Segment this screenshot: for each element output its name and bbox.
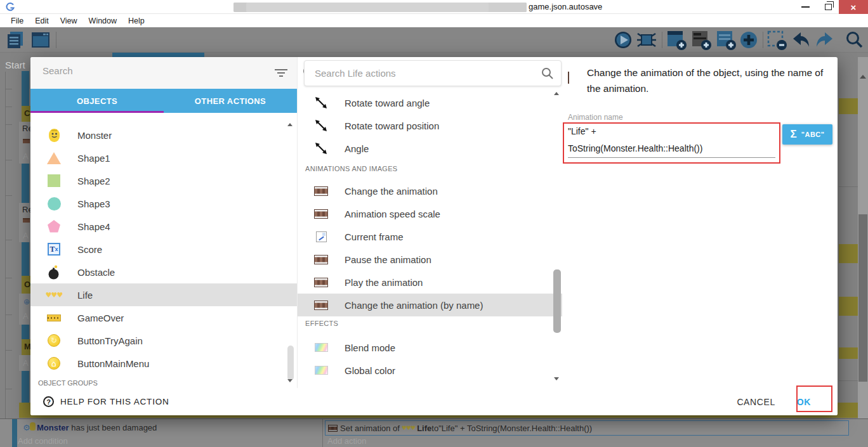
add-fragment: A — [23, 152, 29, 161]
list-scroll-down-icon[interactable] — [287, 379, 293, 382]
menu-window[interactable]: Window — [83, 16, 122, 25]
list-scrollbar-thumb[interactable] — [287, 346, 294, 380]
app-window: game.json.autosave × File Edit View Wind… — [0, 0, 868, 447]
film-icon — [308, 255, 334, 264]
event-row: ⚙ Monster has just been damaged Add cond… — [0, 418, 868, 447]
ok-button[interactable]: OK — [797, 397, 811, 407]
gradient-icon — [308, 343, 334, 352]
toolbar-separator — [662, 32, 662, 48]
object-item-obstacle[interactable]: Obstacle — [30, 261, 297, 283]
project-manager-icon[interactable] — [6, 30, 25, 50]
condition-text: Monster has just been damaged — [37, 423, 157, 432]
cancel-button[interactable]: CANCEL — [737, 397, 775, 407]
rotate-icon — [308, 142, 334, 155]
object-item-buttontryagain[interactable]: ↻ ButtonTryAgain — [30, 329, 297, 352]
film-icon — [568, 72, 569, 84]
add-fragment: A — [23, 311, 29, 321]
toolbar-separator — [56, 32, 56, 48]
film-icon — [308, 186, 334, 196]
list-scroll-up-icon[interactable] — [287, 123, 293, 126]
pentagon-icon — [41, 219, 67, 233]
actions-scroll-up-icon[interactable] — [554, 92, 559, 95]
animation-name-label: Animation name — [568, 113, 623, 122]
filter-icon[interactable] — [273, 68, 289, 78]
action-item-change-animation-by-name[interactable]: Change the animation (by name) — [298, 294, 562, 316]
gradient-icon — [308, 366, 334, 375]
action-parameters-panel: Change the animation of the object, usin… — [562, 57, 838, 388]
action-object-name: Life — [417, 424, 431, 433]
scroll-up-icon — [860, 75, 866, 79]
monster-mini-icon — [30, 422, 36, 431]
object-item-shape3[interactable]: Shape3 — [30, 192, 297, 215]
objects-panel: OBJECTS OTHER ACTIONS Monster Shape1 Sha… — [30, 57, 297, 388]
object-item-score[interactable]: Tx Score — [30, 238, 297, 261]
minimize-button[interactable] — [794, 0, 816, 14]
film-icon — [328, 425, 338, 432]
retry-button-icon: ↻ — [41, 334, 67, 347]
object-item-monster[interactable]: Monster — [30, 124, 297, 146]
action-item-change-animation[interactable]: Change the animation — [298, 179, 562, 202]
action-item-pause-animation[interactable]: Pause the animation — [298, 248, 562, 271]
actions-panel: Rotate toward angle Rotate toward positi… — [297, 57, 562, 388]
add-event-icon[interactable] — [666, 30, 688, 51]
action-description: Change the animation of the object, usin… — [587, 65, 834, 96]
rotate-icon — [308, 119, 334, 132]
hearts-mini-icon: ♥♥♥ — [402, 425, 415, 431]
toolbar — [0, 27, 868, 53]
add-condition-link: Add condition — [18, 436, 68, 446]
active-tab-indicator — [112, 53, 204, 57]
object-groups-header: OBJECT GROUPS — [38, 379, 98, 387]
help-button[interactable]: ? HELP FOR THIS ACTION — [43, 396, 169, 407]
action-item-global-color[interactable]: Global color — [298, 359, 562, 382]
menu-edit[interactable]: Edit — [29, 16, 55, 25]
redo-icon[interactable] — [815, 30, 834, 50]
actions-scrollbar-thumb[interactable] — [553, 269, 561, 333]
objects-search-input[interactable] — [41, 65, 257, 77]
action-item-blend-mode[interactable]: Blend mode — [298, 336, 562, 359]
comment-fragment: O — [24, 280, 30, 289]
menu-help[interactable]: Help — [122, 16, 150, 25]
add-circle-icon[interactable] — [739, 30, 759, 50]
event-tree-line — [5, 72, 6, 447]
add-comment-icon[interactable] — [691, 30, 713, 51]
banner-icon — [41, 314, 67, 321]
object-item-shape2[interactable]: Shape2 — [30, 169, 297, 192]
object-item-life[interactable]: ♥♥♥ Life — [30, 283, 297, 306]
expression-editor-button[interactable]: Σ "ABC" — [782, 124, 832, 145]
action-item-angle[interactable]: Angle — [298, 137, 562, 160]
dialog-footer: ? HELP FOR THIS ACTION CANCEL OK — [30, 388, 838, 415]
scene-editor-icon[interactable] — [30, 30, 51, 50]
action-item-animation-speed-scale[interactable]: Animation speed scale — [298, 202, 562, 225]
close-button[interactable]: × — [839, 0, 868, 14]
action-item-rotate-toward-angle[interactable]: Rotate toward angle — [298, 91, 562, 114]
object-item-buttonmainmenu[interactable]: ⌂ ButtonMainMenu — [30, 352, 297, 375]
search-toolbar-icon[interactable] — [844, 30, 864, 50]
animations-section-header: ANIMATIONS AND IMAGES — [305, 165, 397, 172]
action-item-play-animation[interactable]: Play the animation — [298, 271, 562, 294]
restore-button[interactable] — [817, 0, 839, 14]
film-icon — [308, 301, 334, 310]
film-icon — [308, 278, 334, 287]
undo-icon[interactable] — [792, 30, 811, 50]
object-item-gameover[interactable]: GameOver — [30, 306, 297, 329]
menu-view[interactable]: View — [55, 16, 83, 25]
hearts-icon: ♥♥♥ — [41, 291, 67, 299]
actions-search-input[interactable] — [313, 67, 523, 79]
menu-file[interactable]: File — [5, 16, 29, 25]
debug-icon[interactable] — [636, 30, 657, 50]
search-icon — [541, 67, 555, 81]
triangle-icon — [41, 152, 67, 164]
action-item-rotate-toward-position[interactable]: Rotate toward position — [298, 114, 562, 137]
column-divider — [322, 419, 323, 447]
animation-name-input[interactable]: "Life" +ToString(Monster.Health::Health(… — [568, 123, 777, 157]
gdevelop-logo-icon — [5, 2, 15, 12]
object-item-shape4[interactable]: Shape4 — [30, 215, 297, 238]
play-icon[interactable] — [613, 30, 633, 50]
action-item-current-frame[interactable]: Current frame — [298, 225, 562, 248]
tab-other-actions[interactable]: OTHER ACTIONS — [164, 89, 297, 113]
object-item-shape1[interactable]: Shape1 — [30, 146, 297, 169]
actions-scroll-down-icon[interactable] — [554, 377, 559, 380]
delete-event-icon[interactable] — [766, 30, 788, 51]
tab-objects[interactable]: OBJECTS — [30, 89, 164, 113]
add-subevent-icon[interactable] — [716, 30, 737, 51]
